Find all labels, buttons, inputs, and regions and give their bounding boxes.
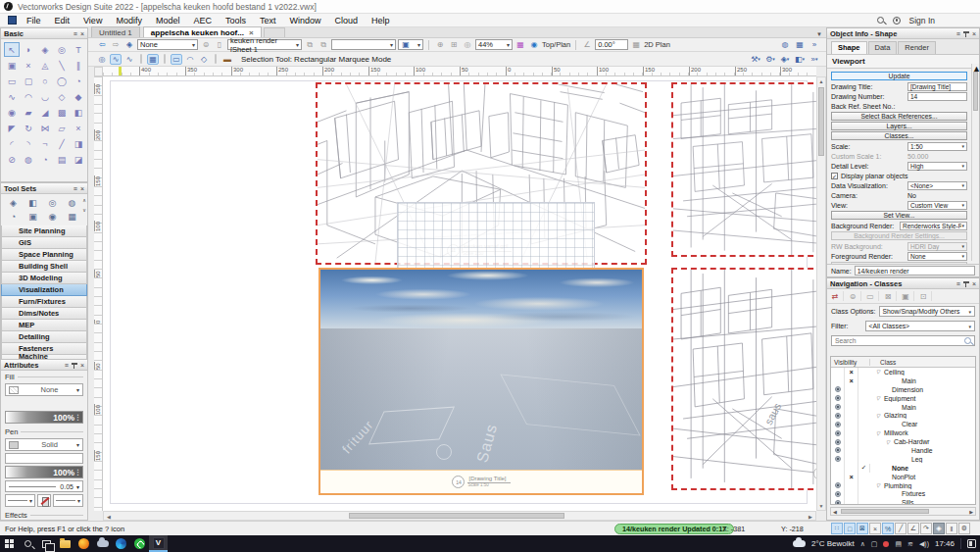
- tool-button[interactable]: ↻: [21, 121, 36, 135]
- saved-views-icon[interactable]: ◈: [123, 39, 135, 50]
- viewport-name-input[interactable]: 14/keuken render: [855, 266, 975, 276]
- menu-item[interactable]: Modify: [116, 16, 142, 25]
- tool-button[interactable]: ◆: [71, 89, 86, 104]
- account-icon[interactable]: [893, 17, 901, 25]
- zoom-in-icon[interactable]: ⊕: [434, 39, 446, 50]
- recording-tray-icon[interactable]: [883, 541, 889, 547]
- end-marker-dropdown[interactable]: ▾: [53, 494, 83, 507]
- weather-text[interactable]: 2°C Bewolkt: [811, 539, 855, 548]
- snap-toggle[interactable]: ⚙: [958, 523, 970, 534]
- volume-tray-icon[interactable]: ◀)): [919, 540, 929, 548]
- hidden-icons-chevron[interactable]: ∧: [860, 540, 865, 548]
- drawing-title-input[interactable]: [Drawing Title]: [907, 82, 967, 91]
- snap-toggle[interactable]: ⊠: [857, 523, 868, 534]
- tool-button[interactable]: ◍: [21, 152, 36, 167]
- tab-data[interactable]: Data: [868, 41, 898, 54]
- viewport-rendered-selected[interactable]: frituur Saus 14 [Drawing Title]Scale 1:5…: [318, 268, 644, 495]
- class-row[interactable]: Glazing: [831, 411, 975, 420]
- tool-button[interactable]: ◨: [71, 136, 86, 151]
- start-marker-dropdown[interactable]: ▾: [5, 494, 35, 507]
- onedrive-icon[interactable]: [93, 535, 112, 552]
- mode-icon[interactable]: [215, 54, 217, 64]
- class-row[interactable]: Fixtures: [831, 489, 975, 498]
- menu-item[interactable]: AEC: [193, 16, 212, 25]
- tool-button[interactable]: ∿: [4, 89, 20, 104]
- render-icon[interactable]: »▾: [808, 54, 820, 65]
- plan-grid-icon[interactable]: ▦: [630, 39, 642, 50]
- tool-button[interactable]: ◡: [37, 89, 53, 104]
- tool-set-item[interactable]: Detailing: [1, 331, 87, 343]
- tool-sets-header[interactable]: Tool Sets ≡×: [1, 183, 87, 194]
- task-view-icon[interactable]: [37, 535, 56, 552]
- tool-set-item[interactable]: Dims/Notes: [1, 308, 87, 320]
- tool-set-item[interactable]: Visualization: [1, 284, 87, 296]
- action-center-icon[interactable]: [967, 539, 976, 548]
- tool-button[interactable]: ◜: [4, 136, 20, 151]
- palette-menu-icon[interactable]: ≡: [74, 30, 77, 37]
- rotation-angle-input[interactable]: 0.00°: [595, 39, 628, 50]
- render-icon[interactable]: ⚒▾: [750, 54, 761, 65]
- viewport-wireframe-bottom-right[interactable]: saus 13: [671, 268, 816, 490]
- search-box[interactable]: [831, 335, 975, 346]
- close-icon[interactable]: ×: [972, 280, 976, 287]
- tool-button[interactable]: ×: [21, 58, 36, 73]
- classes-button[interactable]: Classes...: [831, 131, 967, 140]
- tab-untitled[interactable]: Untitled 1: [91, 26, 140, 37]
- navigation-icon[interactable]: ▭: [866, 291, 879, 301]
- tool-button[interactable]: ◉: [4, 105, 20, 120]
- tool-button[interactable]: ◠: [21, 89, 36, 104]
- basic-palette-header[interactable]: Basic ≡×: [1, 28, 87, 39]
- background-render-dropdown[interactable]: Renderworks Style-Realist...▾: [900, 222, 967, 230]
- drawing-canvas[interactable]: 11 keuken vanaf grilScale 1:50 frituur S…: [103, 76, 816, 511]
- tool-button[interactable]: ↖: [4, 42, 20, 57]
- pen-opacity-slider[interactable]: 100%: [5, 466, 83, 478]
- link-classes-icon[interactable]: ⧉: [318, 39, 329, 50]
- forward-icon[interactable]: ⇨: [110, 39, 122, 50]
- attributes-header[interactable]: Attributes ≡×: [1, 360, 87, 371]
- mode-icon[interactable]: ▦: [147, 54, 159, 65]
- tool-icon[interactable]: ◔: [5, 211, 22, 223]
- close-icon[interactable]: ×: [80, 362, 84, 369]
- menu-item[interactable]: Cloud: [334, 16, 358, 25]
- tool-set-item[interactable]: 3D Modeling: [1, 273, 87, 284]
- tool-button[interactable]: ╱: [54, 136, 70, 151]
- properties-scrollbar[interactable]: ▲▼: [971, 64, 979, 261]
- tab-render[interactable]: Render: [898, 41, 936, 54]
- pin-icon[interactable]: [963, 30, 969, 37]
- tool-button[interactable]: ∥: [71, 58, 86, 73]
- back-icon[interactable]: ⇦: [96, 39, 108, 50]
- pin-icon[interactable]: [963, 280, 969, 287]
- pen-color-bar[interactable]: [5, 453, 83, 464]
- tool-icon[interactable]: ◈: [5, 197, 22, 209]
- select-back-references-button[interactable]: Select Back References...: [831, 112, 967, 121]
- tool-button[interactable]: ⋈: [37, 121, 53, 135]
- set-view-button[interactable]: Set View...: [831, 211, 967, 220]
- mode-icon[interactable]: ◇: [198, 54, 210, 65]
- class-row[interactable]: Main: [831, 403, 975, 412]
- tool-button[interactable]: ◬: [37, 58, 53, 73]
- search-icon[interactable]: [877, 17, 884, 24]
- layers-button[interactable]: Layers...: [831, 122, 967, 130]
- snap-toggle[interactable]: ∠: [907, 523, 919, 534]
- network-tray-icon[interactable]: ≋: [907, 540, 913, 548]
- tool-set-item[interactable]: Building Shell: [1, 261, 87, 273]
- palette-menu-icon[interactable]: ≡: [65, 362, 69, 369]
- tool-icon[interactable]: ◧: [24, 197, 41, 209]
- tool-button[interactable]: ◧: [71, 105, 86, 120]
- tool-button[interactable]: ⊘: [4, 152, 20, 167]
- snap-toggle[interactable]: ‖: [946, 523, 957, 534]
- tool-button[interactable]: ◤: [4, 121, 20, 135]
- navigation-icon[interactable]: ▣: [902, 291, 914, 301]
- class-row[interactable]: Main: [831, 376, 975, 385]
- menu-item[interactable]: Edit: [55, 16, 71, 25]
- tool-button[interactable]: ▣: [4, 58, 20, 73]
- class-row[interactable]: Handle: [831, 446, 975, 455]
- data-visualization-dropdown[interactable]: <None>▾: [907, 181, 967, 190]
- tool-button[interactable]: ◯: [54, 74, 70, 88]
- zoom-lens-icon[interactable]: ◎: [462, 39, 473, 50]
- mode-icon[interactable]: ▬: [221, 54, 233, 65]
- tool-set-scroll-arrows[interactable]: ∧∨: [82, 197, 86, 213]
- class-row[interactable]: Millwork: [831, 428, 975, 437]
- mode-icon[interactable]: [140, 54, 142, 64]
- link-layers-icon[interactable]: ⧉: [304, 39, 316, 50]
